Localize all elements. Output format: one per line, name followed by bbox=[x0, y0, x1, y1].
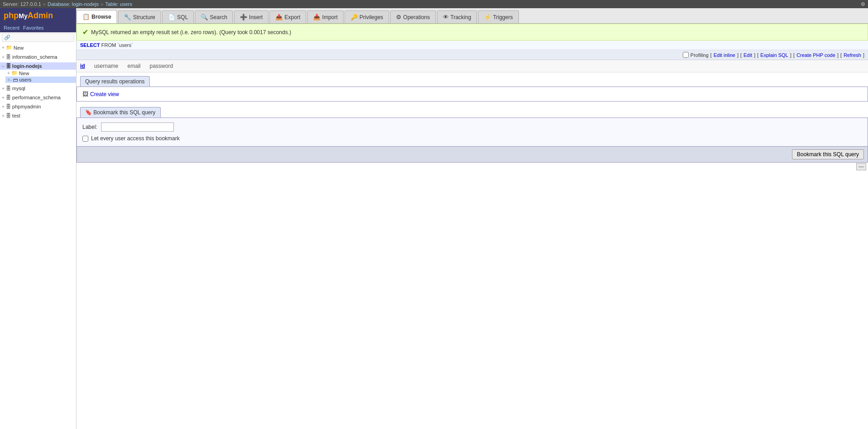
tab-sql[interactable]: 📄 SQL bbox=[162, 10, 194, 23]
db-icon-login-nodejs: 🗄 bbox=[6, 63, 11, 69]
db-icon-mysql: 🗄 bbox=[6, 86, 11, 91]
link-icon: 🔗 bbox=[4, 35, 10, 41]
db-child-users[interactable]: +- 🗃 users bbox=[5, 77, 76, 83]
success-message: MySQL returned an empty result set (i.e.… bbox=[91, 29, 291, 36]
create-view-link[interactable]: 🖼 Create view bbox=[82, 91, 862, 97]
db-row-performance[interactable]: + 🗄 performance_schema bbox=[0, 94, 76, 101]
view-icon: 🖼 bbox=[82, 91, 88, 97]
prof-sep10: ] bbox=[863, 52, 864, 58]
label-row: Label: bbox=[82, 123, 862, 132]
db-group-new: + 📁 New bbox=[0, 44, 76, 51]
tab-insert[interactable]: ➕ Insert bbox=[234, 10, 269, 23]
profiling-label: Profiling bbox=[690, 52, 709, 58]
settings-icon[interactable]: ⚙ bbox=[861, 1, 865, 7]
bookmark-submit-button[interactable]: Bookmark this SQL query bbox=[792, 149, 864, 159]
tab-search[interactable]: 🔍 Search bbox=[195, 10, 233, 23]
db-row-new[interactable]: + 📁 New bbox=[0, 44, 76, 51]
topbar: Server: 127.0.0.1 » Database: login-node… bbox=[0, 0, 868, 8]
minimize-icon[interactable]: — bbox=[856, 163, 866, 170]
breadcrumb-server[interactable]: Server: 127.0.0.1 bbox=[3, 1, 41, 7]
tab-import[interactable]: 📥 Import bbox=[307, 10, 344, 23]
db-expand-test: + bbox=[2, 113, 5, 118]
tab-privileges-label: Privileges bbox=[360, 14, 383, 20]
bookmark-footer: Bookmark this SQL query bbox=[76, 147, 868, 163]
tab-operations[interactable]: ⚙ Operations bbox=[390, 10, 436, 23]
content: ✔ MySQL returned an empty result set (i.… bbox=[76, 24, 868, 429]
db-row-phpmyadmin[interactable]: + 🗄 phpmyadmin bbox=[0, 103, 76, 110]
checkbox-row: Let every user access this bookmark bbox=[82, 135, 862, 142]
db-group-test: + 🗄 test bbox=[0, 112, 76, 119]
tab-tracking[interactable]: 👁 Tracking bbox=[437, 10, 477, 23]
query-results-body: 🖼 Create view bbox=[76, 87, 868, 102]
tab-browse[interactable]: 📋 Browse bbox=[76, 10, 117, 23]
db-row-login-nodejs[interactable]: − 🗄 login-nodejs bbox=[0, 62, 76, 70]
tab-export-label: Export bbox=[284, 14, 300, 20]
breadcrumb-database[interactable]: Database: login-nodejs bbox=[48, 1, 99, 7]
create-view-label: Create view bbox=[90, 91, 119, 97]
every-user-label: Let every user access this bookmark bbox=[91, 135, 180, 142]
create-php-link[interactable]: Create PHP code bbox=[797, 52, 835, 58]
db-row-mysql[interactable]: + 🗄 mysql bbox=[0, 85, 76, 92]
triggers-icon: ⚡ bbox=[484, 14, 491, 20]
breadcrumb-table[interactable]: Table: users bbox=[105, 1, 132, 7]
tab-insert-label: Insert bbox=[249, 14, 263, 20]
edit-inline-link[interactable]: Edit inline bbox=[714, 52, 736, 58]
prof-sep6: ] bbox=[790, 52, 792, 58]
refresh-link[interactable]: Refresh bbox=[843, 52, 861, 58]
db-group-mysql: + 🗄 mysql bbox=[0, 85, 76, 92]
col-username: username bbox=[94, 63, 118, 69]
db-icon-test: 🗄 bbox=[6, 113, 11, 118]
logo-php: php bbox=[4, 11, 19, 20]
edit-link[interactable]: Edit bbox=[744, 52, 752, 58]
db-group-phpmyadmin: + 🗄 phpmyadmin bbox=[0, 103, 76, 110]
db-expand-mysql: + bbox=[2, 86, 5, 91]
breadcrumb: Server: 127.0.0.1 » Database: login-node… bbox=[3, 1, 132, 7]
success-banner: ✔ MySQL returned an empty result set (i.… bbox=[76, 24, 868, 41]
db-icon-phpmyadmin: 🗄 bbox=[6, 104, 11, 109]
db-label-mysql: mysql bbox=[12, 86, 25, 91]
col-email: email bbox=[127, 63, 141, 69]
tab-tracking-label: Tracking bbox=[451, 14, 472, 20]
db-row-test[interactable]: + 🗄 test bbox=[0, 112, 76, 119]
bookmark-label-input[interactable] bbox=[101, 123, 174, 132]
privileges-icon: 🔑 bbox=[350, 14, 358, 20]
db-child-new[interactable]: + 📁 New bbox=[5, 70, 76, 77]
db-group-login-nodejs: − 🗄 login-nodejs + 📁 New +- 🗃 users bbox=[0, 62, 76, 83]
explain-sql-link[interactable]: Explain SQL bbox=[761, 52, 788, 58]
prof-sep4: ] bbox=[754, 52, 755, 58]
query-results-tab[interactable]: Query results operations bbox=[80, 76, 150, 87]
prof-sep1: [ bbox=[711, 52, 712, 58]
insert-icon: ➕ bbox=[240, 14, 247, 20]
db-label-login-nodejs: login-nodejs bbox=[12, 63, 42, 69]
db-row-information[interactable]: + 🗄 information_schema bbox=[0, 53, 76, 61]
breadcrumb-sep2: » bbox=[101, 1, 103, 7]
profiling-checkbox[interactable] bbox=[683, 52, 689, 58]
col-headers: id username email password bbox=[76, 60, 868, 72]
child-icon-users: 🗃 bbox=[13, 77, 18, 82]
tab-privileges[interactable]: 🔑 Privileges bbox=[345, 10, 389, 23]
db-label-phpmyadmin: phpmyadmin bbox=[12, 104, 41, 109]
prof-sep9: [ bbox=[840, 52, 842, 58]
tab-sql-label: SQL bbox=[177, 14, 188, 20]
tab-import-label: Import bbox=[322, 14, 338, 20]
tab-search-label: Search bbox=[210, 14, 227, 20]
tab-triggers[interactable]: ⚡ Triggers bbox=[478, 10, 519, 23]
tab-export[interactable]: 📤 Export bbox=[269, 10, 306, 23]
sidebar-nav-top: Recent Favorites bbox=[0, 23, 76, 32]
sql-keyword-select: SELECT bbox=[80, 42, 100, 48]
browse-icon: 📋 bbox=[82, 13, 90, 20]
tab-structure[interactable]: 🔧 Structure bbox=[118, 10, 161, 23]
every-user-checkbox[interactable] bbox=[82, 136, 88, 142]
col-password: password bbox=[150, 63, 173, 69]
db-group-performance: + 🗄 performance_schema bbox=[0, 94, 76, 101]
recent-link[interactable]: Recent bbox=[4, 25, 20, 31]
logo-admin: Admin bbox=[27, 11, 53, 20]
db-expand-login-nodejs: − bbox=[2, 64, 5, 69]
sidebar-header: phpMyAdmin bbox=[0, 8, 76, 23]
db-label-information: information_schema bbox=[12, 54, 57, 60]
bookmark-tab[interactable]: 🔖 Bookmark this SQL query bbox=[80, 107, 161, 117]
col-id[interactable]: id bbox=[80, 63, 85, 69]
bookmark-body: Label: Let every user access this bookma… bbox=[76, 117, 868, 147]
sidebar-link-row[interactable]: 🔗 bbox=[2, 33, 74, 42]
favorites-link[interactable]: Favorites bbox=[23, 25, 44, 31]
